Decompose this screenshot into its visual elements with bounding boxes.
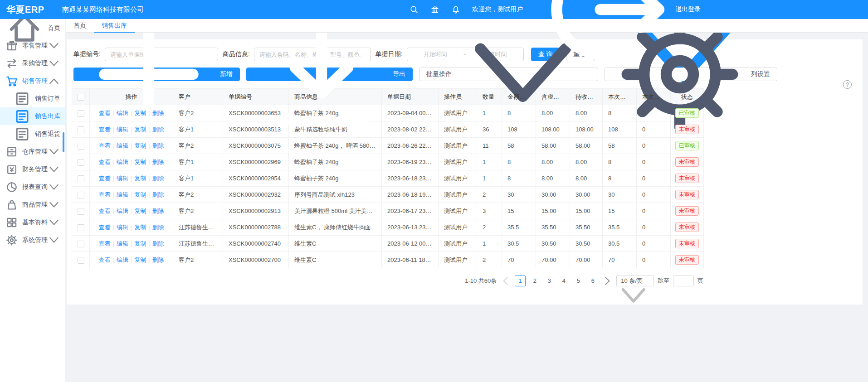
action-edit-link[interactable]: 编辑 <box>117 240 128 247</box>
content-area: 单据编号: 商品信息: 单据日期: 开始时间 ~ 结束时间 查 询 重 置 展开… <box>66 33 868 382</box>
action-copy-link[interactable]: 复制 <box>134 126 146 133</box>
action-delete-link[interactable]: 删除 <box>152 142 164 149</box>
chevron-down-icon <box>48 216 60 229</box>
grid-icon <box>5 216 18 229</box>
sidebar-item-home[interactable]: 首页 <box>0 19 65 37</box>
sidebar-item-sales[interactable]: 销售管理 <box>0 72 65 90</box>
action-edit-link[interactable]: 编辑 <box>117 256 128 263</box>
action-separator: | <box>131 208 132 214</box>
sidebar-item-finance[interactable]: 财务管理 <box>0 160 65 178</box>
row-checkbox[interactable] <box>78 110 84 117</box>
search-icon[interactable] <box>410 5 419 14</box>
pagination-page-5[interactable]: 5 <box>573 276 584 286</box>
pagination-page-4[interactable]: 4 <box>558 276 569 286</box>
sidebar-scrollbar-thumb[interactable] <box>63 132 64 152</box>
sidebar-item-purchase[interactable]: 采购管理 <box>0 54 65 72</box>
tenant-bank-icon[interactable] <box>430 5 439 14</box>
sidebar-item-reports[interactable]: 报表查询 <box>0 178 65 196</box>
pagination-page-3[interactable]: 3 <box>544 276 555 286</box>
sidebar-item-system[interactable]: 系统管理 <box>0 231 65 249</box>
action-copy-link[interactable]: 复制 <box>134 256 146 263</box>
action-delete-link[interactable]: 删除 <box>152 126 164 133</box>
action-copy-link[interactable]: 复制 <box>134 159 146 165</box>
action-edit-link[interactable]: 编辑 <box>117 159 128 165</box>
action-delete-link[interactable]: 删除 <box>152 159 164 165</box>
logout-icon <box>536 0 673 77</box>
row-checkbox[interactable] <box>78 257 84 264</box>
logout-button[interactable]: 退出登录 <box>536 0 701 77</box>
action-view-link[interactable]: 查看 <box>98 256 110 263</box>
header-right-group: 欢迎您，测试用户 退出登录 <box>398 0 701 77</box>
row-checkbox[interactable] <box>78 126 84 133</box>
tab-sales-outbound[interactable]: 销售出库 <box>94 19 135 33</box>
row-checkbox[interactable] <box>78 192 84 198</box>
action-separator: | <box>131 110 132 116</box>
action-copy-link[interactable]: 复制 <box>134 240 146 247</box>
action-edit-link[interactable]: 编辑 <box>117 142 128 149</box>
sidebar-item-basic-data[interactable]: 基本资料 <box>0 213 65 231</box>
action-view-link[interactable]: 查看 <box>98 142 110 149</box>
action-view-link[interactable]: 查看 <box>98 110 110 116</box>
action-view-link[interactable]: 查看 <box>98 159 110 165</box>
pagination-next-button[interactable] <box>602 276 613 286</box>
action-edit-link[interactable]: 编辑 <box>117 208 128 214</box>
action-edit-link[interactable]: 编辑 <box>117 224 128 231</box>
action-delete-link[interactable]: 删除 <box>152 191 164 198</box>
action-separator: | <box>131 224 132 231</box>
action-delete-link[interactable]: 删除 <box>152 256 164 263</box>
action-separator: | <box>148 142 150 149</box>
action-copy-link[interactable]: 复制 <box>134 110 146 116</box>
action-delete-link[interactable]: 删除 <box>152 208 164 214</box>
cell-debt: 0 <box>637 219 671 236</box>
action-view-link[interactable]: 查看 <box>98 126 110 133</box>
action-delete-link[interactable]: 删除 <box>152 224 164 231</box>
help-icon[interactable]: ? <box>843 80 852 89</box>
sidebar-item-label: 销售出库 <box>35 112 60 121</box>
action-view-link[interactable]: 查看 <box>98 191 110 198</box>
pagination-page-6[interactable]: 6 <box>587 276 598 286</box>
action-copy-link[interactable]: 复制 <box>134 191 146 198</box>
action-view-link[interactable]: 查看 <box>98 175 110 182</box>
add-button[interactable]: 新增 <box>73 68 240 81</box>
row-checkbox[interactable] <box>78 143 84 150</box>
row-checkbox[interactable] <box>78 208 84 215</box>
action-edit-link[interactable]: 编辑 <box>117 126 128 133</box>
action-delete-link[interactable]: 删除 <box>152 110 164 116</box>
action-edit-link[interactable]: 编辑 <box>117 110 128 116</box>
tab-home[interactable]: 首页 <box>66 19 94 33</box>
action-copy-link[interactable]: 复制 <box>134 142 146 149</box>
sidebar-item-goods[interactable]: 商品管理 <box>0 196 65 213</box>
row-checkbox[interactable] <box>78 175 84 182</box>
sidebar-item-warehouse[interactable]: 仓库管理 <box>0 143 65 160</box>
row-checkbox[interactable] <box>78 224 84 231</box>
action-copy-link[interactable]: 复制 <box>134 175 146 182</box>
status-badge: 未审核 <box>675 239 699 248</box>
action-copy-link[interactable]: 复制 <box>134 208 146 214</box>
action-view-link[interactable]: 查看 <box>98 240 110 247</box>
sidebar-item-sales-return[interactable]: 销售退货 <box>0 125 65 143</box>
action-edit-link[interactable]: 编辑 <box>117 175 128 182</box>
export-button[interactable]: 导出 <box>246 68 413 81</box>
sidebar-item-sales-outbound[interactable]: 销售出库 <box>0 107 65 125</box>
pagination-prev-button[interactable] <box>500 276 511 286</box>
cell-bill-no: XSCK00000002740 <box>223 236 289 252</box>
action-copy-link[interactable]: 复制 <box>134 224 146 231</box>
action-edit-link[interactable]: 编辑 <box>117 191 128 198</box>
jump-page-input[interactable] <box>673 276 694 286</box>
cell-status: 未审核 <box>671 154 704 170</box>
action-delete-link[interactable]: 删除 <box>152 175 164 182</box>
action-view-link[interactable]: 查看 <box>98 224 110 231</box>
pagination-page-2[interactable]: 2 <box>529 276 540 286</box>
row-checkbox[interactable] <box>78 241 84 247</box>
row-checkbox[interactable] <box>78 159 84 166</box>
notification-bell-icon[interactable] <box>451 5 460 14</box>
page-size-select[interactable]: 10 条/页 <box>616 276 654 286</box>
sidebar-item-sales-order[interactable]: 销售订单 <box>0 90 65 107</box>
chevron-down-icon <box>48 163 60 176</box>
table-row: 查看|编辑|复制|删除客户2XSCK00000002913美汁源果粒橙 500m… <box>72 203 704 219</box>
action-delete-link[interactable]: 删除 <box>152 240 164 247</box>
action-view-link[interactable]: 查看 <box>98 208 110 214</box>
pagination-page-1[interactable]: 1 <box>515 276 526 286</box>
select-all-checkbox[interactable] <box>78 94 84 101</box>
cell-bill-no: XSCK00000002913 <box>223 203 289 219</box>
